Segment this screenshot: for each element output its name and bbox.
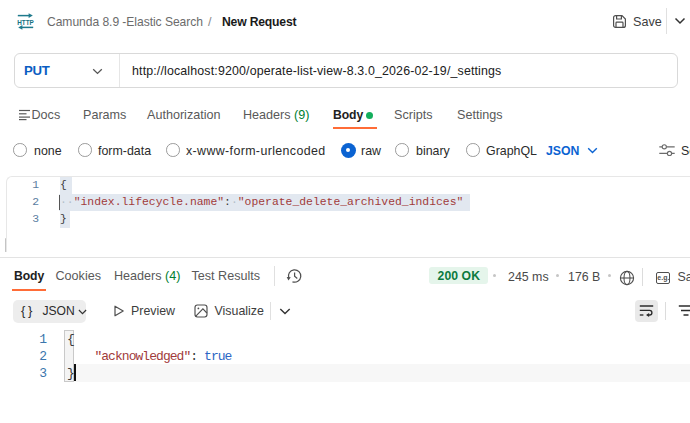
svg-text:HTTP: HTTP xyxy=(17,18,34,27)
